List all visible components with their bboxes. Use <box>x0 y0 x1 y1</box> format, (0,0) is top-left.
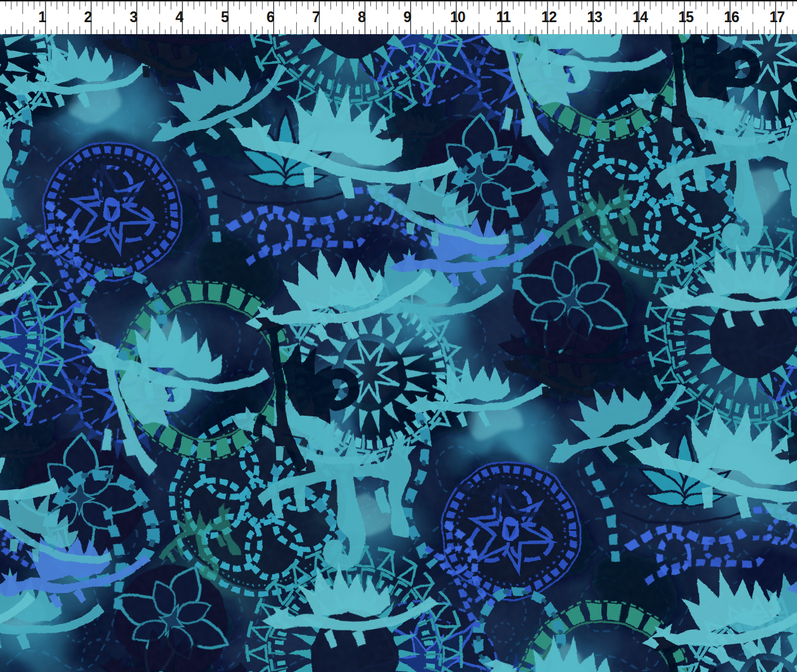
svg-text:14: 14 <box>632 9 648 25</box>
svg-text:6: 6 <box>267 9 274 25</box>
svg-text:4: 4 <box>175 9 184 25</box>
svg-text:3: 3 <box>130 9 137 25</box>
svg-text:1: 1 <box>39 9 47 25</box>
svg-text:9: 9 <box>403 9 411 25</box>
svg-text:11: 11 <box>496 9 511 25</box>
svg-text:2: 2 <box>84 9 92 25</box>
svg-text:16: 16 <box>724 9 739 25</box>
svg-text:13: 13 <box>587 9 602 25</box>
svg-text:12: 12 <box>541 9 556 25</box>
svg-text:15: 15 <box>678 9 694 25</box>
svg-text:7: 7 <box>312 9 320 25</box>
svg-text:8: 8 <box>358 9 366 25</box>
svg-text:5: 5 <box>221 9 229 25</box>
svg-text:10: 10 <box>450 9 465 25</box>
svg-text:17: 17 <box>770 9 785 25</box>
